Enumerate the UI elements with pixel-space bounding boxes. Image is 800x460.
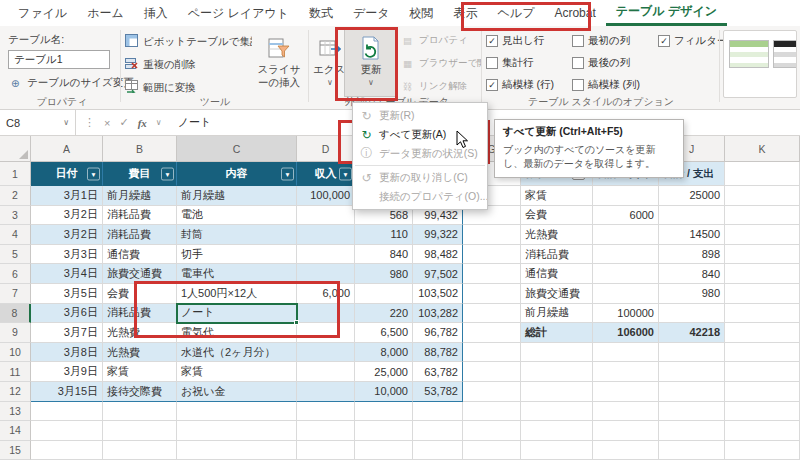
pivot-cell-I5[interactable] [593,245,659,265]
insert-function-icon[interactable]: fx [138,117,147,129]
pivot-cell-J6[interactable]: 840 [659,264,725,284]
cell-A9[interactable]: 3月7日 [31,323,103,343]
cell-K1[interactable] [725,162,800,186]
pivot-cell-J11[interactable] [659,362,725,382]
table-styles-gallery[interactable] [723,30,797,98]
cell-E14[interactable] [355,421,413,441]
cell-D8[interactable] [297,304,355,324]
cell-K2[interactable] [725,186,800,206]
tab-6[interactable]: 校閲 [400,0,444,26]
pivot-cell-H12[interactable] [521,382,593,402]
cell-E5[interactable]: 840 [355,245,413,265]
cell-G8[interactable] [463,304,521,324]
cell-A7[interactable]: 3月5日 [31,284,103,304]
cell-B7[interactable]: 会費 [103,284,177,304]
pivot-cell-I2[interactable] [593,186,659,206]
row-header-12[interactable]: 12 [0,382,31,402]
cell-G5[interactable] [463,245,521,265]
cell-C11[interactable]: 家賃 [177,362,297,382]
pivot-cell-H9[interactable]: 総計 [521,323,593,343]
cell-B13[interactable] [103,402,177,422]
cell-K8[interactable] [725,304,800,324]
pivot-cell-I8[interactable]: 100000 [593,304,659,324]
table-style-dark-thumbnail[interactable] [773,40,797,68]
cell-A13[interactable] [31,402,103,422]
row-header-2[interactable]: 2 [0,186,31,206]
pivot-cell-I14[interactable] [593,421,659,441]
cell-C4[interactable]: 封筒 [177,225,297,245]
cell-G13[interactable] [463,402,521,422]
cell-C2[interactable]: 前月繰越 [177,186,297,206]
cell-B4[interactable]: 消耗品費 [103,225,177,245]
row-header-14[interactable]: 14 [0,421,31,441]
filter-icon[interactable]: ▼ [281,167,294,180]
table-name-input[interactable]: テーブル1 [8,50,110,69]
cell-D10[interactable] [297,343,355,363]
cell-B8[interactable]: 消耗品費 [103,304,177,324]
cell-K13[interactable] [725,402,800,422]
column-header-B[interactable]: B [103,136,177,162]
checkbox-style-option-5[interactable]: 縞模様 (列) [572,78,640,92]
cell-A14[interactable] [31,421,103,441]
cell-F15[interactable] [413,441,463,460]
cell-A6[interactable]: 3月4日 [31,264,103,284]
cell-E7[interactable] [355,284,413,304]
pivot-cell-I15[interactable] [593,441,659,460]
row-header-7[interactable]: 7 [0,284,31,304]
cell-D1[interactable]: 収入▼ [297,162,355,186]
select-all-corner[interactable] [0,136,31,162]
tab-2[interactable]: 挿入 [134,0,178,26]
cell-D9[interactable] [297,323,355,343]
row-header-6[interactable]: 6 [0,264,31,284]
cell-K4[interactable] [725,225,800,245]
cell-F8[interactable]: 103,282 [413,304,463,324]
pivot-cell-H14[interactable] [521,421,593,441]
cell-C12[interactable]: お祝い金 [177,382,297,402]
cell-F10[interactable]: 88,782 [413,343,463,363]
tab-5[interactable]: データ [343,0,400,26]
cell-A3[interactable]: 3月2日 [31,206,103,226]
pivot-cell-H11[interactable] [521,362,593,382]
cell-D6[interactable] [297,264,355,284]
cell-E8[interactable]: 220 [355,304,413,324]
cell-B9[interactable]: 光熱費 [103,323,177,343]
cell-A11[interactable]: 3月9日 [31,362,103,382]
pivot-cell-J2[interactable]: 25000 [659,186,725,206]
cell-F13[interactable] [413,402,463,422]
cell-A10[interactable]: 3月8日 [31,343,103,363]
cell-G7[interactable] [463,284,521,304]
cell-C5[interactable]: 切手 [177,245,297,265]
pivot-cell-I3[interactable]: 6000 [593,206,659,226]
enter-icon[interactable]: ✓ [119,116,128,129]
table-style-green-thumbnail[interactable] [729,40,769,68]
row-header-4[interactable]: 4 [0,225,31,245]
checkbox-style-option-0[interactable]: ✓見出し行 [486,34,544,48]
row-header-3[interactable]: 3 [0,206,31,226]
cell-K7[interactable] [725,284,800,304]
cell-A1[interactable]: 日付▼ [31,162,103,186]
cell-A12[interactable]: 3月15日 [31,382,103,402]
cell-F11[interactable]: 63,782 [413,362,463,382]
cell-E15[interactable] [355,441,413,460]
pivot-cell-J4[interactable]: 14500 [659,225,725,245]
cell-F12[interactable]: 53,782 [413,382,463,402]
pivot-cell-J3[interactable] [659,206,725,226]
cell-E4[interactable]: 110 [355,225,413,245]
cell-A2[interactable]: 3月1日 [31,186,103,206]
row-header-10[interactable]: 10 [0,343,31,363]
cell-D12[interactable] [297,382,355,402]
pivot-cell-I4[interactable] [593,225,659,245]
resize-table-button[interactable]: ⊕ テーブルのサイズ変更 [8,76,134,90]
cell-B15[interactable] [103,441,177,460]
cell-G14[interactable] [463,421,521,441]
filter-icon[interactable]: ▼ [339,167,352,180]
cell-D11[interactable] [297,362,355,382]
cell-K3[interactable] [725,206,800,226]
pivot-cell-J9[interactable]: 42218 [659,323,725,343]
pivot-cell-J7[interactable]: 980 [659,284,725,304]
pivot-cell-I9[interactable]: 106000 [593,323,659,343]
pivot-cell-I12[interactable] [593,382,659,402]
checkbox-style-option-2[interactable]: ✓縞模様 (行) [486,78,554,92]
pivot-cell-I6[interactable] [593,264,659,284]
pivot-cell-H3[interactable]: 会費 [521,206,593,226]
